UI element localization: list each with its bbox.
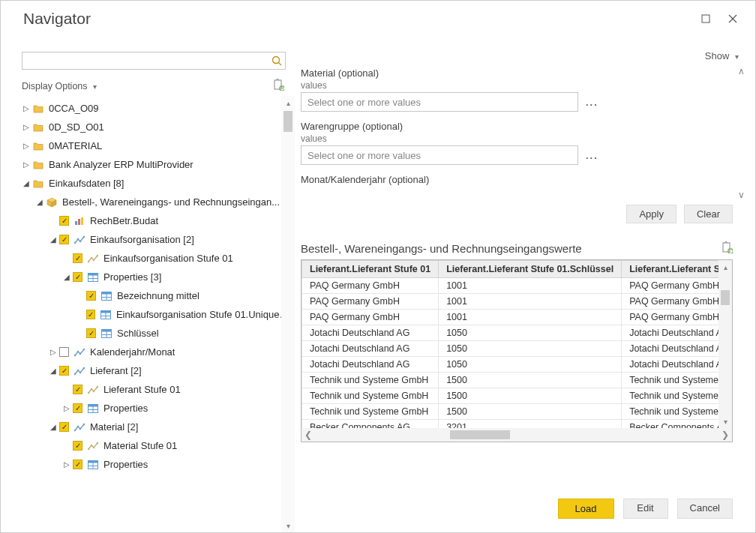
tree-item-label: 0D_SD_O01 [49,121,104,133]
disclosure-icon[interactable]: ◢ [62,273,71,281]
browse-button[interactable]: ... [586,97,598,108]
tree-item[interactable]: ◢✓Lieferant [2] [22,361,295,380]
scroll-down-icon[interactable]: ∨ [734,188,748,202]
param-input[interactable]: Select one or more values [301,92,578,112]
apply-button[interactable]: Apply [626,205,676,223]
tree-item[interactable]: ✓Lieferant Stufe 01 [22,380,295,399]
disclosure-icon[interactable]: ▷ [22,123,31,131]
tree-item[interactable]: ▷0D_SD_O01 [22,118,295,136]
search-icon[interactable] [268,55,285,66]
disclosure-icon[interactable]: ▷ [62,404,71,412]
disclosure-icon[interactable]: ◢ [35,198,44,206]
edit-button[interactable]: Edit [623,499,668,519]
table-cell: PAQ Germany GmbH [302,294,439,310]
param-label: Warengruppe (optional) [301,121,733,132]
tree-item[interactable]: ✓Schlüssel [22,324,295,343]
close-button[interactable] [722,10,743,28]
tree-item[interactable]: ▷✓Properties [22,455,295,474]
disclosure-icon[interactable]: ◢ [49,235,58,244]
disclosure-icon[interactable]: ◢ [49,367,58,375]
table-vscroll[interactable]: ▴ ▾ [718,260,732,428]
disclosure-icon[interactable]: ▷ [22,104,31,112]
checkbox[interactable]: ✓ [86,328,96,338]
tree-scrollbar[interactable]: ▴ ▾ [281,96,295,532]
tree-item[interactable]: ◢Bestell-, Wareneingangs- und Rechnungse… [22,193,295,211]
disclosure-icon[interactable]: ▷ [22,160,31,169]
refresh-icon[interactable] [274,79,284,93]
checkbox[interactable]: ✓ [73,253,82,263]
display-options-dropdown[interactable]: Display Options ▾ [22,81,97,91]
tree-item[interactable]: ▷Kalenderjahr/Monat [22,343,295,361]
table-row[interactable]: Jotachi Deutschland AG1050Jotachi Deutsc… [302,341,734,357]
tree-item[interactable]: ✓RechBetr.Budat [22,211,295,230]
params-scrollbar[interactable]: ∧ ∨ [734,64,748,202]
tree-item-label: Einkaufsdaten [8] [49,178,124,189]
checkbox[interactable]: ✓ [59,422,69,432]
table-row[interactable]: Jotachi Deutschland AG1050Jotachi Deutsc… [302,325,734,341]
checkbox[interactable]: ✓ [73,272,82,282]
scroll-right-icon[interactable]: ❯ [718,430,732,440]
tree-item[interactable]: ▷0MATERIAL [22,136,295,155]
table-row[interactable]: Technik und Systeme GmbH1500Technik und … [302,388,734,404]
checkbox[interactable]: ✓ [59,366,69,376]
tree-item[interactable]: ◢Einkaufsdaten [8] [22,174,295,193]
tree-item[interactable]: ◢✓Material [2] [22,418,295,436]
tree-item[interactable]: ▷Bank Analyzer ERP MultiProvider [22,155,295,174]
svg-point-44 [93,390,95,392]
checkbox[interactable]: ✓ [86,310,96,319]
table-row[interactable]: PAQ Germany GmbH1001PAQ Germany GmbH [302,278,734,294]
column-header[interactable]: Lieferant.Lieferant Stufe 01 [302,261,439,278]
table-cell: PAQ Germany GmbH [622,310,733,325]
table-row[interactable]: Jotachi Deutschland AG1050Jotachi Deutsc… [302,357,734,373]
checkbox[interactable]: ✓ [73,441,82,451]
checkbox[interactable]: ✓ [73,460,82,469]
scroll-left-icon[interactable]: ❮ [302,430,315,440]
checkbox[interactable]: ✓ [59,235,69,244]
scroll-thumb[interactable] [284,111,292,132]
table-row[interactable]: PAQ Germany GmbH1001PAQ Germany GmbH [302,310,734,325]
svg-point-12 [80,240,82,242]
tree-item[interactable]: ▷0CCA_O09 [22,99,295,118]
tree-item[interactable]: ◢✓Properties [3] [22,268,295,286]
svg-point-43 [91,388,93,390]
table-row[interactable]: Technik und Systeme GmbH1500Technik und … [302,404,734,420]
scroll-thumb[interactable] [450,430,510,439]
disclosure-icon[interactable]: ▷ [62,460,71,469]
clear-button[interactable]: Clear [684,205,733,223]
column-header[interactable]: Lieferant.Lieferant Stufe 01. [622,261,733,278]
scroll-up-icon[interactable]: ∧ [734,64,748,78]
tree-item[interactable]: ✓Einkaufsorganisation Stufe 01.UniqueNa.… [22,305,295,324]
tree-item[interactable]: ▷✓Properties [22,399,295,418]
disclosure-icon[interactable]: ◢ [49,423,58,431]
refresh-preview-icon[interactable] [722,241,733,256]
param-input[interactable]: Select one or more values [301,145,578,165]
table-hscroll[interactable]: ❮ ❯ [302,428,732,442]
tree-item[interactable]: ✓Material Stufe 01 [22,436,295,455]
scroll-up-icon[interactable]: ▴ [281,96,295,109]
disclosure-icon[interactable]: ▷ [22,142,31,150]
disclosure-icon[interactable]: ▷ [49,348,58,356]
disclosure-icon[interactable]: ◢ [22,179,31,187]
tree-item[interactable]: ◢✓Einkaufsorganisation [2] [22,230,295,249]
cancel-button[interactable]: Cancel [677,499,733,519]
column-header[interactable]: Lieferant.Lieferant Stufe 01.Schlüssel [439,261,622,278]
table-row[interactable]: Technik und Systeme GmbH1500Technik und … [302,373,734,388]
scroll-down-icon[interactable]: ▾ [281,519,295,532]
table-row[interactable]: PAQ Germany GmbH1001PAQ Germany GmbH [302,294,734,310]
checkbox[interactable]: ✓ [73,385,82,394]
scroll-up-icon[interactable]: ▴ [718,260,732,274]
scroll-thumb[interactable] [721,290,730,305]
checkbox[interactable]: ✓ [86,291,96,301]
browse-button[interactable]: ... [586,150,598,161]
show-dropdown[interactable]: Show ▾ [705,50,739,61]
search-box[interactable] [22,52,286,70]
scroll-down-icon[interactable]: ▾ [718,415,732,428]
load-button[interactable]: Load [558,499,614,519]
tree-item[interactable]: ✓Bezeichnung mittel [22,286,295,305]
checkbox[interactable] [59,347,69,357]
checkbox[interactable]: ✓ [59,216,69,226]
search-input[interactable] [22,53,268,68]
checkbox[interactable]: ✓ [73,403,82,413]
tree-item[interactable]: ✓Einkaufsorganisation Stufe 01 [22,249,295,268]
maximize-button[interactable] [695,10,716,28]
